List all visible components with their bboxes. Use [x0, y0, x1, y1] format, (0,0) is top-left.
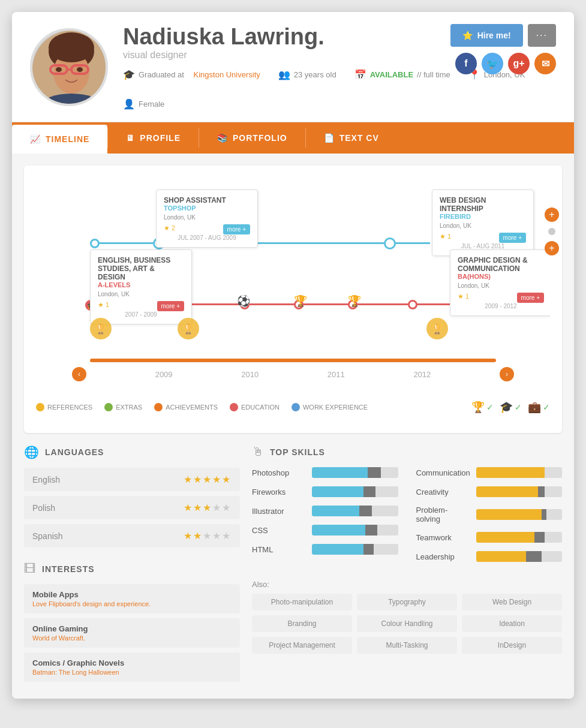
languages-header: 🌐 LANGUAGES	[24, 445, 240, 459]
timeline-years: ‹ 2009 2010 2011 2012 ›	[72, 367, 514, 381]
trophy-icon-1: 🏆	[294, 294, 307, 308]
main-nav: 📈 TIMELINE 🖥 PROFILE 📚 PORTFOLIO 📄 TEXT …	[12, 122, 574, 154]
skill-teamwork: Teamwork	[416, 532, 563, 543]
tag-branding: Branding	[252, 615, 352, 632]
tags-section: Also: Photo-manipulation Typography Web …	[252, 580, 562, 654]
tag-web-design: Web Design	[462, 594, 562, 610]
interest-comics: Comics / Graphic Novels Batman: The Long…	[24, 652, 240, 682]
legend-dot-edu	[230, 403, 238, 411]
more-alevels[interactable]: more +	[157, 301, 184, 311]
lang-english-stars: ★★★★★	[184, 474, 232, 485]
lang-english-name: English	[32, 475, 60, 485]
edu-card-alevels: ENGLISH, BUSINESS STUDIES, ART & DESIGN …	[90, 249, 192, 324]
legend-extras: EXTRAS	[104, 403, 142, 411]
legend-dot-work	[292, 403, 300, 411]
skills-grid: Photoshop Fireworks	[252, 467, 562, 570]
more-topshop[interactable]: more +	[223, 224, 250, 234]
more-button[interactable]: ···	[528, 24, 556, 47]
award-icon-3: 🏆	[426, 318, 448, 339]
calendar-icon: 📅	[354, 69, 366, 80]
node-blue-3	[384, 237, 396, 249]
more-bahons[interactable]: more +	[517, 293, 544, 303]
hire-button[interactable]: ⭐ Hire me!	[450, 24, 523, 47]
sidebar-plus-bottom[interactable]: +	[545, 241, 559, 255]
skill-creativity: Creativity	[416, 486, 563, 497]
timeline-next[interactable]: ›	[500, 367, 514, 381]
award-icon-2: 🏆	[178, 318, 199, 339]
textcv-icon: 📄	[324, 133, 335, 143]
skill-problem-solving: Problem-solving	[416, 506, 563, 524]
legend-dot-refs	[36, 403, 44, 411]
sidebar-plus-top[interactable]: +	[545, 207, 559, 222]
availability-text: AVAILABLE	[370, 70, 413, 79]
skill-communication: Communication	[416, 467, 563, 478]
interests-title: INTERESTS	[42, 564, 95, 574]
legend-achievements: ACHIEVEMENTS	[154, 403, 218, 411]
availability-meta: 📅 AVAILABLE // full time	[354, 69, 450, 80]
languages-section: 🌐 LANGUAGES English ★★★★★ Polish ★★★★★ S…	[24, 445, 240, 547]
header-meta: 🎓 Graduated at Kingston University 👥 23 …	[123, 69, 556, 110]
profile-icon: 🖥	[126, 133, 135, 143]
gender-icon: 👤	[123, 98, 135, 110]
tag-colour-handling: Colour Handling	[357, 615, 457, 632]
facebook-icon[interactable]: f	[455, 53, 477, 74]
gender-text: Female	[139, 100, 164, 109]
two-col-section: 🌐 LANGUAGES English ★★★★★ Polish ★★★★★ S…	[24, 445, 562, 687]
lang-spanish-stars: ★★★★★	[184, 530, 232, 542]
edu-card-bahons: GRAPHIC DESIGN & COMMUNICATION BA(HONS) …	[450, 249, 550, 316]
page: Nadiuska Lawring. visual designer 🎓 Grad…	[12, 12, 574, 699]
age-text: 23 years old	[294, 70, 336, 79]
svg-point-8	[77, 67, 83, 72]
skills-title: TOP SKILLS	[270, 447, 325, 457]
node-edu-5	[408, 300, 417, 309]
also-label: Also:	[252, 580, 562, 589]
blue-timeline-line	[90, 242, 430, 244]
languages-title: LANGUAGES	[45, 447, 104, 457]
lang-polish: Polish ★★★★★	[24, 496, 240, 519]
skill-html: HTML	[252, 544, 398, 555]
edu-check-icon: 🎓	[500, 401, 513, 414]
googleplus-icon[interactable]: g+	[508, 53, 530, 74]
lang-polish-stars: ★★★★★	[184, 502, 232, 513]
right-column: 🖱 TOP SKILLS Photoshop	[252, 445, 562, 687]
work-check-icon: 💼	[528, 401, 541, 414]
header-actions: ⭐ Hire me! ··· f 🐦 g+ ✉	[450, 24, 556, 74]
skill-photoshop: Photoshop	[252, 467, 398, 478]
twitter-icon[interactable]: 🐦	[482, 53, 503, 74]
lang-english: English ★★★★★	[24, 468, 240, 491]
tab-textcv[interactable]: 📄 TEXT CV	[306, 122, 397, 154]
legend-education: EDUCATION	[230, 403, 280, 411]
email-icon[interactable]: ✉	[534, 53, 556, 74]
social-icons: f 🐦 g+ ✉	[455, 53, 556, 74]
age-meta: 👥 23 years old	[278, 69, 336, 80]
legend-dot-extras	[104, 403, 113, 411]
tab-profile[interactable]: 🖥 PROFILE	[108, 122, 199, 154]
education-meta: 🎓 Graduated at Kingston University	[123, 69, 260, 80]
header: Nadiuska Lawring. visual designer 🎓 Grad…	[12, 12, 574, 122]
tags-grid: Photo-manipulation Typography Web Design…	[252, 594, 562, 654]
left-skills: Photoshop Fireworks	[252, 467, 398, 570]
skill-illustrator: Illustrator	[252, 506, 398, 516]
award-check-icon: 🏆	[471, 401, 485, 414]
tag-ideation: Ideation	[462, 615, 562, 632]
tag-indesign: InDesign	[462, 637, 562, 654]
job-card-firebird: WEB DESIGN INTERNSHIP FIREBIRD London, U…	[432, 189, 534, 256]
award-icon-1: 🏆	[90, 318, 112, 339]
left-column: 🌐 LANGUAGES English ★★★★★ Polish ★★★★★ S…	[24, 445, 240, 687]
interest-mobile-apps: Mobile Apps Love Flipboard's design and …	[24, 584, 240, 613]
timeline-prev[interactable]: ‹	[72, 367, 86, 381]
sidebar-dot-1[interactable]	[548, 228, 555, 235]
skills-header: 🖱 TOP SKILLS	[252, 445, 562, 459]
tab-timeline[interactable]: 📈 TIMELINE	[12, 125, 107, 154]
graduation-icon: 🎓	[123, 69, 135, 80]
trophy-icon-2: 🏆	[348, 294, 361, 308]
skill-leadership: Leadership	[416, 551, 563, 562]
university-link[interactable]: Kingston University	[194, 70, 260, 79]
timeline-icon: 📈	[30, 134, 41, 144]
main-content: 🔒 SHOP ASSISTANT TOPSHOP London, UK ★ 2m…	[12, 154, 574, 699]
more-firebird[interactable]: more +	[499, 233, 526, 243]
tag-photo-manipulation: Photo-manipulation	[252, 594, 352, 610]
timeline-progress-bar	[90, 359, 496, 362]
tab-portfolio[interactable]: 📚 PORTFOLIO	[199, 122, 305, 154]
legend-references: REFERENCES	[36, 403, 92, 411]
